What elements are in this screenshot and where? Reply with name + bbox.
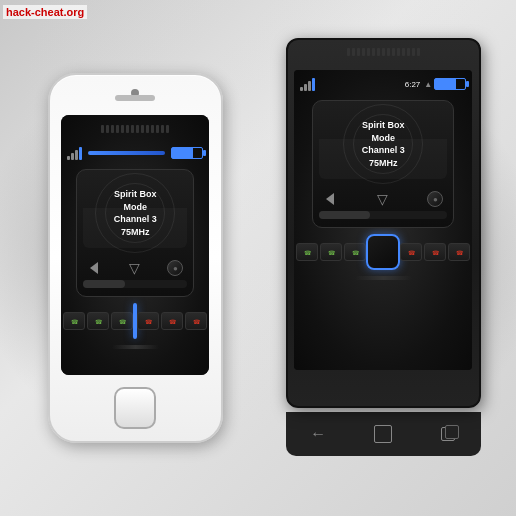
nav-shield-icon-right: ▽ <box>377 191 388 207</box>
fkey-4[interactable]: ☎ <box>137 312 159 330</box>
android-screen: 6:27 ▲ Spirit Box Mode <box>294 70 472 370</box>
fkey-2[interactable]: ☎ <box>87 312 109 330</box>
right-phone: 6:27 ▲ Spirit Box Mode <box>286 38 481 478</box>
earpiece-speaker <box>115 95 155 101</box>
right-fkeys: ☎ ☎ ☎ <box>137 312 207 330</box>
ghost-device-right: 6:27 ▲ Spirit Box Mode <box>294 70 472 370</box>
fkey-r3[interactable]: ☎ <box>344 243 366 261</box>
fkey-r5[interactable]: ☎ <box>424 243 446 261</box>
signal-bars-right <box>300 78 315 91</box>
fkey-6[interactable]: ☎ <box>185 312 207 330</box>
fkey-r1[interactable]: ☎ <box>296 243 318 261</box>
watermark: hack-cheat.org <box>3 5 87 19</box>
volume-bar-right <box>319 211 447 219</box>
speaker-grille-right <box>297 42 469 62</box>
mode-text-left: Spirit Box Mode <box>109 188 161 213</box>
left-fkeys: ☎ ☎ ☎ <box>63 312 133 330</box>
status-bar-left <box>61 143 209 163</box>
right-nav-icon-right[interactable]: ● <box>427 191 443 207</box>
left-phone: Spirit Box Mode Channel 3 75MHz ▽ ● <box>35 43 235 473</box>
left-nav-btn-right[interactable] <box>323 192 337 206</box>
channel-text-left: Channel 3 75MHz <box>109 213 161 238</box>
mode-text-right: Spirit Box Mode <box>351 119 415 144</box>
fkey-5[interactable]: ☎ <box>161 312 183 330</box>
battery-right <box>434 78 466 90</box>
fkey-r4[interactable]: ☎ <box>400 243 422 261</box>
right-fkeys-right: ☎ ☎ ☎ <box>400 243 470 261</box>
smartphone-screen: Spirit Box Mode Channel 3 75MHz ▽ ● <box>61 115 209 375</box>
fkey-3[interactable]: ☎ <box>111 312 133 330</box>
right-nav-icon[interactable]: ● <box>167 260 183 276</box>
back-button[interactable]: ← <box>303 422 333 446</box>
android-body: 6:27 ▲ Spirit Box Mode <box>286 38 481 408</box>
fkey-r2[interactable]: ☎ <box>320 243 342 261</box>
fkey-r6[interactable]: ☎ <box>448 243 470 261</box>
fkey-1[interactable]: ☎ <box>63 312 85 330</box>
wifi-icon: ▲ <box>424 80 432 89</box>
signal-bars-left <box>67 147 82 160</box>
dpad-center-right[interactable] <box>366 234 400 270</box>
battery-left <box>171 147 203 159</box>
keypad-left: ▽ ● <box>83 260 187 276</box>
channel-text-right: Channel 3 75MHz <box>351 144 415 169</box>
device-bottom-left <box>76 345 194 349</box>
android-nav-bar: ← <box>286 412 481 456</box>
keypad-right: ▽ ● <box>319 191 447 207</box>
main-container: Spirit Box Mode Channel 3 75MHz ▽ ● <box>0 0 516 516</box>
ghostbox-body-right: Spirit Box Mode Channel 3 75MHz ▽ ● <box>312 100 454 228</box>
home-button[interactable] <box>114 387 156 429</box>
left-fkeys-right: ☎ ☎ ☎ <box>296 243 366 261</box>
speaker-grille-left <box>69 119 202 139</box>
recent-button[interactable] <box>433 422 463 446</box>
function-keys-right: ☎ ☎ ☎ ☎ ☎ ☎ <box>294 234 472 270</box>
function-keys-left: ☎ ☎ ☎ ☎ ☎ ☎ <box>61 303 209 339</box>
ghostbox-body-left: Spirit Box Mode Channel 3 75MHz ▽ ● <box>76 169 194 297</box>
volume-bar-left <box>83 280 187 288</box>
home-button-android[interactable] <box>368 422 398 446</box>
status-bar-right: 6:27 ▲ <box>294 74 472 94</box>
device-bottom-right <box>312 276 454 280</box>
smartphone-body: Spirit Box Mode Channel 3 75MHz ▽ ● <box>48 73 223 443</box>
left-nav-btn[interactable] <box>87 261 101 275</box>
nav-shield-icon: ▽ <box>129 260 140 276</box>
ghost-device-left: Spirit Box Mode Channel 3 75MHz ▽ ● <box>61 115 209 375</box>
time-display: 6:27 <box>405 80 421 89</box>
